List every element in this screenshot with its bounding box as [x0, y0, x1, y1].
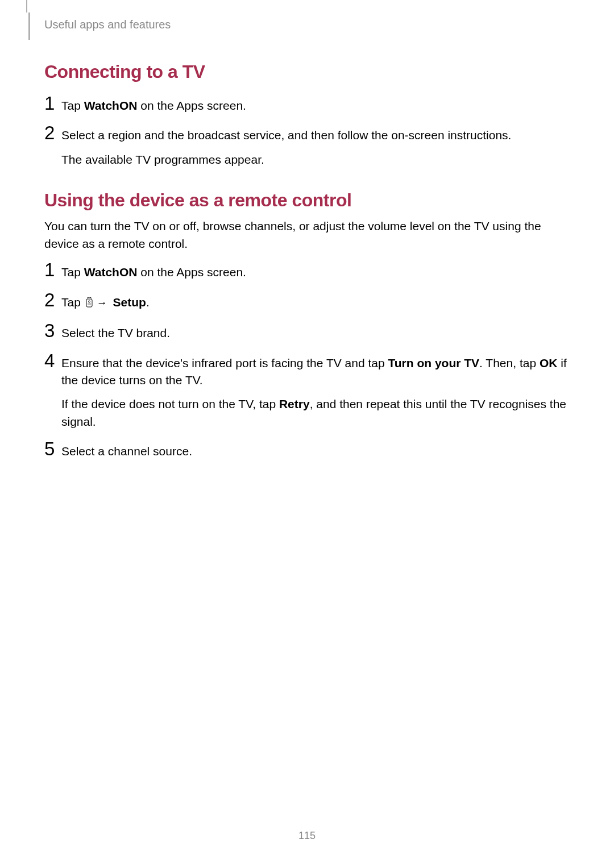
- step-body: Tap → Setup.: [61, 293, 570, 312]
- page-number: 115: [0, 830, 614, 842]
- step-2-connecting: 2 Select a region and the broadcast serv…: [44, 126, 570, 168]
- step-body: Tap WatchON on the Apps screen.: [61, 263, 570, 281]
- step-text: Select a channel source.: [61, 443, 570, 460]
- intro-text-remote: You can turn the TV on or off, browse ch…: [44, 218, 570, 252]
- steps-connecting: 1 Tap WatchON on the Apps screen. 2 Sele…: [44, 96, 570, 168]
- step-number: 2: [44, 123, 61, 142]
- section-heading-connecting: Connecting to a TV: [44, 61, 570, 82]
- step-body: Ensure that the device's infrared port i…: [61, 354, 570, 431]
- remote-icon: [85, 295, 93, 312]
- step-4-remote: 4 Ensure that the device's infrared port…: [44, 354, 570, 431]
- step-5-remote: 5 Select a channel source.: [44, 442, 570, 460]
- step-text: Ensure that the device's infrared port i…: [61, 356, 388, 369]
- retry-bold: Retry: [279, 397, 310, 410]
- watchon-bold: WatchON: [84, 265, 138, 279]
- step-number: 1: [44, 260, 61, 279]
- step-text: If the device does not turn on the TV, t…: [61, 397, 279, 410]
- step-number: 2: [44, 290, 61, 309]
- step-body: Select a region and the broadcast servic…: [61, 126, 570, 168]
- step-text: .: [146, 296, 150, 309]
- arrow-icon: →: [97, 295, 107, 311]
- header-rule-top: [26, 0, 27, 13]
- page-content: Connecting to a TV 1 Tap WatchON on the …: [0, 0, 614, 460]
- step-text: Select a region and the broadcast servic…: [61, 127, 570, 144]
- step-text: Tap: [61, 265, 84, 279]
- section-heading-remote: Using the device as a remote control: [44, 190, 570, 211]
- step-number: 3: [44, 321, 61, 340]
- step-body: Select the TV brand.: [61, 323, 570, 342]
- watchon-bold: WatchON: [84, 99, 138, 112]
- step-2-remote: 2 Tap → Setup.: [44, 293, 570, 312]
- step-body: Tap WatchON on the Apps screen.: [61, 96, 570, 114]
- step-text: The available TV programmes appear.: [61, 151, 570, 168]
- breadcrumb: Useful apps and features: [44, 18, 171, 31]
- step-1-connecting: 1 Tap WatchON on the Apps screen.: [44, 96, 570, 114]
- steps-remote: 1 Tap WatchON on the Apps screen. 2 Tap …: [44, 263, 570, 460]
- ok-bold: OK: [540, 356, 558, 369]
- step-text: . Then, tap: [479, 356, 540, 369]
- step-number: 4: [44, 351, 61, 370]
- step-1-remote: 1 Tap WatchON on the Apps screen.: [44, 263, 570, 281]
- step-number: 5: [44, 439, 61, 458]
- step-text: Tap: [61, 99, 84, 112]
- step-text: on the Apps screen.: [137, 265, 246, 279]
- step-text: Select the TV brand.: [61, 325, 570, 342]
- step-text: Tap: [61, 296, 84, 309]
- turn-on-tv-bold: Turn on your TV: [388, 356, 479, 369]
- step-text: on the Apps screen.: [137, 99, 246, 112]
- step-number: 1: [44, 94, 61, 113]
- step-body: Select a channel source.: [61, 442, 570, 460]
- setup-bold: Setup: [113, 296, 146, 309]
- step-3-remote: 3 Select the TV brand.: [44, 323, 570, 342]
- header-rule: [28, 13, 30, 40]
